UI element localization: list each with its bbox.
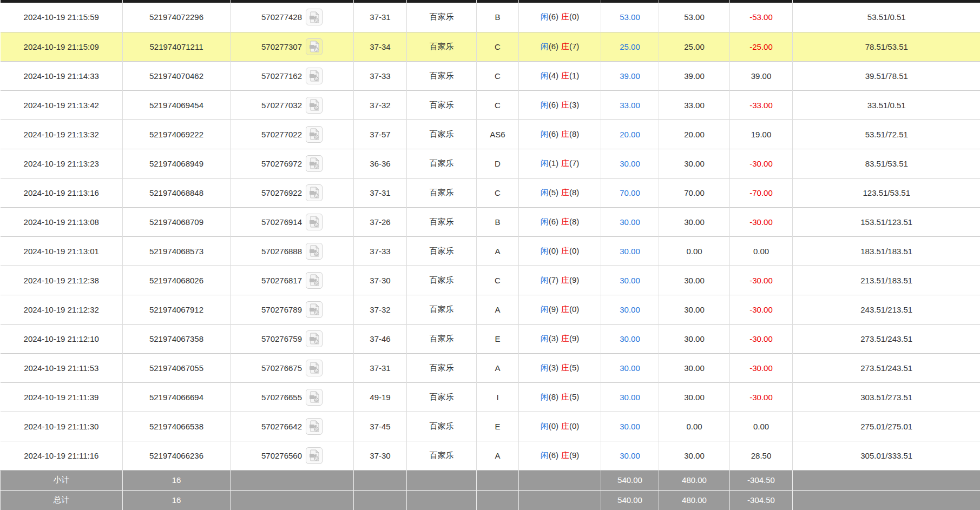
video-file-icon xyxy=(309,157,320,169)
table-row[interactable]: 2024-10-19 21:11:30521974066538570276642… xyxy=(1,412,980,441)
shoe-round-cell: 37-26 xyxy=(354,207,407,236)
game-number-cell: 570276675 xyxy=(231,353,354,382)
balance-cell: 153.51/123.51 xyxy=(793,207,980,236)
total-row: 总计16540.00480.00-304.50 xyxy=(1,490,980,510)
win-loss-cell: -70.00 xyxy=(730,178,793,207)
video-replay-button[interactable] xyxy=(306,243,323,260)
banker-count: (9) xyxy=(569,334,579,343)
bet-amount-cell[interactable]: 30.00 xyxy=(601,266,659,295)
table-row[interactable]: 2024-10-19 21:12:32521974067912570276789… xyxy=(1,295,980,324)
table-row[interactable]: 2024-10-19 21:13:08521974068709570276914… xyxy=(1,207,980,236)
player-label: 闲 xyxy=(541,421,549,430)
video-replay-button[interactable] xyxy=(306,9,323,25)
bet-time-cell: 2024-10-19 21:13:32 xyxy=(1,120,123,149)
bet-amount-cell[interactable]: 25.00 xyxy=(601,32,659,61)
game-number-wrap: 570276922 xyxy=(261,184,323,201)
table-row[interactable]: 2024-10-19 21:11:39521974066694570276655… xyxy=(1,382,980,412)
win-loss-cell: -30.00 xyxy=(730,266,793,295)
table-row[interactable]: 2024-10-19 21:15:09521974071211570277307… xyxy=(1,32,980,61)
bet-amount-cell[interactable]: 30.00 xyxy=(601,441,659,470)
banker-label: 庄 xyxy=(561,275,569,284)
banker-label: 庄 xyxy=(561,158,569,168)
table-row[interactable]: 2024-10-19 21:13:23521974068949570276972… xyxy=(1,149,980,178)
balance-cell: 275.01/275.01 xyxy=(793,412,980,441)
table-row[interactable]: 2024-10-19 21:13:01521974068573570276888… xyxy=(1,236,980,266)
video-replay-button[interactable] xyxy=(306,418,323,435)
video-replay-button[interactable] xyxy=(306,68,323,84)
bet-id-cell: 521974068026 xyxy=(123,266,231,295)
balance-cell: 183.51/183.51 xyxy=(793,236,980,266)
game-type-cell: 百家乐 xyxy=(407,441,477,470)
video-replay-button[interactable] xyxy=(306,155,323,172)
video-replay-button[interactable] xyxy=(306,184,323,201)
result-cell: 闲(3)庄(9) xyxy=(519,324,601,353)
game-number-wrap: 570276560 xyxy=(261,447,323,464)
bet-id-cell: 521974067358 xyxy=(123,324,231,353)
shoe-round-cell: 37-45 xyxy=(354,412,407,441)
result-cell: 闲(6)庄(3) xyxy=(519,90,601,120)
video-replay-button[interactable] xyxy=(306,214,323,230)
player-count: (6) xyxy=(549,42,558,51)
shoe-round-cell: 36-36 xyxy=(354,149,407,178)
bet-amount-cell[interactable]: 30.00 xyxy=(601,149,659,178)
table-row[interactable]: 2024-10-19 21:11:53521974067055570276675… xyxy=(1,353,980,382)
video-replay-button[interactable] xyxy=(306,272,323,289)
bet-amount-cell[interactable]: 30.00 xyxy=(601,324,659,353)
table-row[interactable]: 2024-10-19 21:13:32521974069222570277022… xyxy=(1,120,980,149)
total-empty-cell xyxy=(231,490,354,510)
banker-label: 庄 xyxy=(561,188,569,197)
video-file-icon xyxy=(309,128,320,140)
table-row[interactable]: 2024-10-19 21:13:42521974069454570277032… xyxy=(1,90,980,120)
bet-amount-cell[interactable]: 33.00 xyxy=(601,90,659,120)
game-number-cell: 570276914 xyxy=(231,207,354,236)
bet-amount-cell[interactable]: 39.00 xyxy=(601,61,659,90)
table-row[interactable]: 2024-10-19 21:14:33521974070462570277162… xyxy=(1,61,980,90)
banker-count: (7) xyxy=(569,158,579,168)
game-number-wrap: 570276972 xyxy=(261,155,323,172)
bet-amount-cell[interactable]: 20.00 xyxy=(601,120,659,149)
bet-amount-cell[interactable]: 70.00 xyxy=(601,178,659,207)
bet-amount-cell[interactable]: 30.00 xyxy=(601,412,659,441)
bet-time-cell: 2024-10-19 21:11:30 xyxy=(1,412,123,441)
video-replay-button[interactable] xyxy=(306,38,323,55)
game-number-wrap: 570277307 xyxy=(261,38,323,55)
table-row[interactable]: 2024-10-19 21:11:16521974066236570276560… xyxy=(1,441,980,470)
bet-time-cell: 2024-10-19 21:11:53 xyxy=(1,353,123,382)
valid-amount-cell: 39.00 xyxy=(659,61,730,90)
game-number-wrap: 570276675 xyxy=(261,360,323,376)
total-valid-cell: 480.00 xyxy=(659,490,730,510)
game-type-cell: 百家乐 xyxy=(407,207,477,236)
game-number-cell: 570276560 xyxy=(231,441,354,470)
video-replay-button[interactable] xyxy=(306,301,323,318)
table-row[interactable]: 2024-10-19 21:15:59521974072296570277428… xyxy=(1,3,980,32)
bet-amount-cell[interactable]: 30.00 xyxy=(601,353,659,382)
valid-amount-cell: 30.00 xyxy=(659,353,730,382)
win-loss-cell: 0.00 xyxy=(730,236,793,266)
video-replay-button[interactable] xyxy=(306,360,323,376)
bet-amount-cell[interactable]: 53.00 xyxy=(601,3,659,32)
table-row[interactable]: 2024-10-19 21:13:16521974068848570276922… xyxy=(1,178,980,207)
banker-count: (0) xyxy=(569,12,579,21)
video-replay-button[interactable] xyxy=(306,126,323,143)
result-cell: 闲(1)庄(7) xyxy=(519,149,601,178)
video-replay-button[interactable] xyxy=(306,330,323,347)
game-number-wrap: 570277022 xyxy=(261,126,323,143)
video-replay-button[interactable] xyxy=(306,447,323,464)
game-number-cell: 570276789 xyxy=(231,295,354,324)
bet-time-cell: 2024-10-19 21:11:16 xyxy=(1,441,123,470)
table-row[interactable]: 2024-10-19 21:12:38521974068026570276817… xyxy=(1,266,980,295)
bet-amount-cell[interactable]: 30.00 xyxy=(601,295,659,324)
bet-amount-cell[interactable]: 30.00 xyxy=(601,207,659,236)
game-number-cell: 570276642 xyxy=(231,412,354,441)
bet-amount-cell[interactable]: 30.00 xyxy=(601,236,659,266)
total-empty-cell xyxy=(477,490,519,510)
table-row[interactable]: 2024-10-19 21:12:10521974067358570276759… xyxy=(1,324,980,353)
bet-amount-cell[interactable]: 30.00 xyxy=(601,382,659,412)
video-replay-button[interactable] xyxy=(306,97,323,114)
bet-history-table: 2024-10-19 21:15:59521974072296570277428… xyxy=(0,0,980,510)
shoe-round-cell: 37-30 xyxy=(354,266,407,295)
video-replay-button[interactable] xyxy=(306,389,323,406)
shoe-round-cell: 49-19 xyxy=(354,382,407,412)
bet-id-cell: 521974070462 xyxy=(123,61,231,90)
table-code-cell: A xyxy=(477,295,519,324)
